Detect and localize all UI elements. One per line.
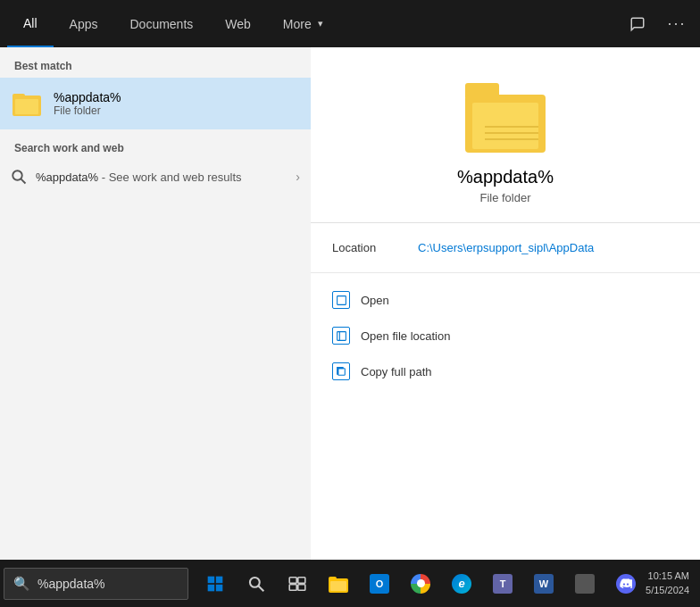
action-copy-full-path[interactable]: Copy full path (332, 359, 679, 384)
copy-icon (332, 362, 350, 380)
tab-apps[interactable]: Apps (54, 0, 114, 47)
chevron-down-icon: ▾ (318, 18, 323, 29)
tab-all[interactable]: All (7, 0, 54, 47)
preview-subtitle: File folder (479, 191, 530, 204)
taskbar-search-icon: 🔍 (13, 576, 30, 592)
svg-line-1 (21, 179, 26, 184)
result-name: %appdata% (54, 90, 121, 104)
svg-rect-15 (298, 584, 305, 589)
outlook-button[interactable]: O (360, 560, 399, 607)
actions-section: Open Open file location (311, 273, 700, 398)
svg-rect-3 (337, 331, 346, 340)
open-file-location-icon (332, 327, 350, 345)
windows-start-button[interactable] (196, 560, 235, 607)
svg-rect-13 (298, 577, 305, 582)
app-icon-9[interactable] (565, 560, 604, 607)
search-work-label: Search work and web (0, 129, 311, 162)
location-value[interactable]: C:\Users\erpsupport_sipl\AppData (418, 241, 594, 254)
tab-documents[interactable]: Documents (113, 0, 209, 47)
taskbar: 🔍 %appdata% (0, 560, 700, 607)
chevron-right-icon: › (296, 170, 300, 184)
taskbar-app-icons: O e T W (196, 560, 646, 607)
nav-action-icons: ··· (621, 8, 693, 40)
svg-rect-6 (208, 576, 215, 583)
svg-rect-8 (208, 584, 215, 591)
left-panel: Best match %appdata% File folder Search … (0, 47, 311, 560)
taskbar-search-text: %appdata% (38, 577, 105, 591)
svg-rect-9 (216, 584, 223, 591)
result-type: File folder (54, 104, 121, 117)
svg-rect-12 (289, 577, 296, 582)
system-tray: 10:15 AM 5/15/2024 (646, 560, 700, 607)
chrome-button[interactable] (401, 560, 440, 607)
location-row: Location C:\Users\erpsupport_sipl\AppDat… (332, 241, 679, 254)
svg-point-0 (12, 170, 22, 180)
svg-rect-14 (289, 584, 296, 589)
action-open-file-label: Open file location (361, 329, 450, 343)
task-view-button[interactable] (278, 560, 317, 607)
svg-point-10 (250, 577, 260, 586)
open-icon (332, 291, 350, 309)
action-copy-label: Copy full path (361, 365, 432, 378)
search-loop-icon (11, 169, 27, 185)
feedback-icon[interactable] (621, 8, 654, 40)
file-explorer-button[interactable] (319, 560, 358, 607)
more-options-icon[interactable]: ··· (661, 8, 693, 40)
taskbar-search-button[interactable] (237, 560, 276, 607)
location-label: Location (332, 241, 404, 254)
discord-button[interactable] (606, 560, 646, 607)
result-item-appdata[interactable]: %appdata% File folder (0, 78, 311, 129)
svg-line-11 (259, 586, 264, 591)
svg-rect-2 (337, 295, 346, 304)
word-button[interactable]: W (524, 560, 563, 607)
tab-more[interactable]: More ▾ (267, 0, 339, 47)
folder-icon-small (11, 87, 43, 120)
edge-button[interactable]: e (442, 560, 481, 607)
preview-area: %appdata% File folder (311, 47, 700, 223)
best-match-label: Best match (0, 47, 311, 78)
info-section: Location C:\Users\erpsupport_sipl\AppDat… (311, 223, 700, 273)
preview-title: %appdata% (457, 167, 554, 187)
action-open[interactable]: Open (332, 287, 679, 312)
teams-button[interactable]: T (483, 560, 522, 607)
tab-web[interactable]: Web (209, 0, 267, 47)
action-open-file-location[interactable]: Open file location (332, 323, 679, 348)
svg-rect-5 (338, 368, 345, 375)
action-open-label: Open (361, 294, 389, 307)
folder-icon-large (465, 83, 546, 153)
main-area: Best match %appdata% File folder Search … (0, 47, 700, 560)
top-navigation: All Apps Documents Web More ▾ ··· (0, 0, 700, 47)
svg-rect-7 (216, 576, 223, 583)
web-search-item[interactable]: %appdata% - See work and web results › (0, 162, 311, 192)
taskbar-search[interactable]: 🔍 %appdata% (4, 568, 188, 600)
right-panel: %appdata% File folder Location C:\Users\… (311, 47, 700, 560)
web-search-text: %appdata% - See work and web results (36, 170, 242, 184)
clock[interactable]: 10:15 AM 5/15/2024 (646, 570, 693, 597)
